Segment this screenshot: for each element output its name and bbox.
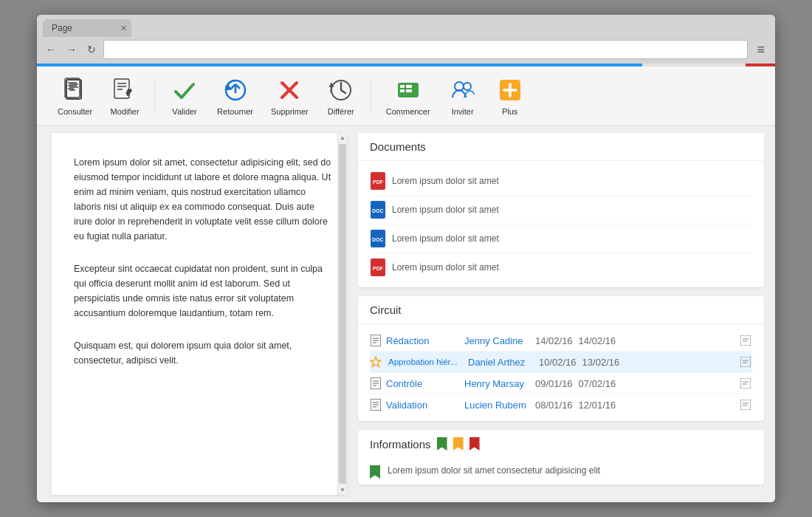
progress-bar-fill bbox=[37, 64, 642, 66]
svg-marker-45 bbox=[371, 357, 381, 367]
toolbar-supprimer[interactable]: Supprimer bbox=[265, 72, 314, 119]
circuit-edit-icon[interactable] bbox=[739, 334, 752, 347]
supprimer-label: Supprimer bbox=[271, 107, 309, 116]
circuit-dates: 14/02/16 14/02/16 bbox=[535, 335, 734, 346]
supprimer-icon bbox=[275, 75, 304, 105]
circuit-step-name[interactable]: Contrôle bbox=[386, 378, 460, 389]
toolbar-divider-1 bbox=[154, 78, 155, 114]
circuit-date1: 14/02/16 bbox=[535, 335, 573, 346]
app-content: Consulter Modifier bbox=[37, 66, 775, 502]
modifier-icon bbox=[110, 75, 140, 105]
plus-icon bbox=[495, 75, 525, 105]
circuit-body: Rédaction Jenny Cadine 14/02/16 14/02/16 bbox=[358, 324, 764, 421]
circuit-date1: 10/02/16 bbox=[539, 357, 577, 368]
address-input[interactable] bbox=[103, 40, 748, 59]
circuit-step-name[interactable]: Rédaction bbox=[386, 335, 460, 346]
inviter-icon bbox=[448, 75, 478, 105]
retourner-icon bbox=[221, 75, 250, 105]
pdf-icon: PDF bbox=[370, 258, 386, 277]
circuit-step-icon-doc bbox=[370, 399, 382, 411]
svg-rect-42 bbox=[740, 335, 751, 346]
toolbar-commencer[interactable]: Commencer bbox=[380, 72, 436, 119]
toolbar-plus[interactable]: Plus bbox=[489, 72, 531, 119]
toolbar-valider[interactable]: Valider bbox=[164, 72, 205, 119]
circuit-date2: 07/02/16 bbox=[579, 378, 616, 389]
list-item[interactable]: DOC Lorem ipsum dolor sit amet bbox=[370, 225, 752, 253]
circuit-edit-icon[interactable] bbox=[739, 377, 752, 390]
svg-rect-53 bbox=[740, 378, 751, 388]
back-button[interactable]: ← bbox=[43, 42, 59, 57]
circuit-person[interactable]: Lucien Rubem bbox=[464, 400, 531, 411]
svg-rect-46 bbox=[740, 357, 751, 367]
circuit-dates: 09/01/16 07/02/16 bbox=[535, 378, 734, 389]
circuit-date2: 14/02/16 bbox=[579, 335, 616, 346]
circuit-person[interactable]: Henry Marsay bbox=[464, 378, 531, 389]
toolbar-consulter[interactable]: Consulter bbox=[52, 72, 98, 119]
svg-rect-21 bbox=[400, 85, 405, 88]
main-area: ▲ ▼ Lorem ipsum dolor sit amet, consecte… bbox=[37, 126, 775, 502]
forward-button[interactable]: → bbox=[63, 42, 80, 57]
scrollbar-thumb[interactable] bbox=[339, 144, 346, 484]
info-bookmark-icon bbox=[370, 465, 380, 479]
doc-paragraph-1: Lorem ipsum dolor sit amet, consectetur … bbox=[74, 155, 332, 244]
circuit-title: Circuit bbox=[370, 304, 402, 316]
circuit-row: Rédaction Jenny Cadine 14/02/16 14/02/16 bbox=[370, 330, 752, 352]
circuit-date1: 08/01/16 bbox=[535, 400, 573, 411]
progress-bar-end bbox=[746, 64, 775, 66]
plus-label: Plus bbox=[502, 107, 517, 116]
circuit-date2: 12/01/16 bbox=[579, 400, 616, 411]
list-item[interactable]: PDF Lorem ipsum dolor sit amet bbox=[370, 253, 752, 281]
informations-section: Informations Lorem ipsum dolor sit amet … bbox=[358, 430, 764, 485]
informations-header: Informations bbox=[358, 430, 764, 458]
retourner-label: Retourner bbox=[217, 107, 253, 116]
svg-text:DOC: DOC bbox=[372, 208, 384, 213]
svg-rect-23 bbox=[406, 85, 412, 88]
bookmark-yellow-icon[interactable] bbox=[453, 437, 464, 451]
circuit-step-icon-star bbox=[370, 356, 382, 368]
svg-rect-60 bbox=[740, 400, 751, 410]
toolbar-differer[interactable]: Différer bbox=[320, 72, 362, 119]
valider-icon bbox=[170, 75, 199, 105]
svg-rect-22 bbox=[400, 89, 405, 92]
bookmark-red-icon[interactable] bbox=[469, 437, 480, 451]
toolbar-inviter[interactable]: Inviter bbox=[442, 72, 484, 119]
pdf-icon: PDF bbox=[370, 171, 386, 191]
svg-text:PDF: PDF bbox=[373, 266, 384, 271]
consulter-icon bbox=[61, 75, 90, 105]
toolbar-modifier[interactable]: Modifier bbox=[104, 72, 145, 119]
circuit-edit-icon[interactable] bbox=[739, 355, 752, 369]
reload-button[interactable]: ↻ bbox=[84, 42, 99, 57]
browser-tab[interactable]: Page ✕ bbox=[43, 19, 131, 37]
toolbar-retourner[interactable]: Retourner bbox=[211, 72, 259, 119]
document-panel: ▲ ▼ Lorem ipsum dolor sit amet, consecte… bbox=[52, 133, 347, 495]
circuit-header: Circuit bbox=[358, 296, 764, 324]
browser-menu-button[interactable]: ≡ bbox=[752, 41, 769, 59]
scroll-down-arrow[interactable]: ▼ bbox=[338, 485, 347, 495]
commencer-label: Commencer bbox=[386, 107, 430, 116]
circuit-step-name-highlight[interactable]: Approbation hiér... bbox=[386, 357, 464, 367]
circuit-step-icon-doc bbox=[370, 335, 382, 346]
circuit-edit-icon[interactable] bbox=[739, 398, 752, 411]
progress-bar bbox=[37, 64, 775, 66]
scrollbar[interactable]: ▲ ▼ bbox=[337, 133, 347, 495]
documents-title: Documents bbox=[370, 140, 426, 153]
bookmark-green-icon[interactable] bbox=[437, 437, 447, 451]
list-item[interactable]: PDF Lorem ipsum dolor sit amet bbox=[370, 167, 752, 196]
scroll-up-arrow[interactable]: ▲ bbox=[338, 133, 347, 143]
list-item[interactable]: DOC Lorem ipsum dolor sit amet bbox=[370, 196, 752, 225]
circuit-person[interactable]: Daniel Arthez bbox=[468, 357, 534, 368]
circuit-step-name[interactable]: Validation bbox=[386, 400, 460, 411]
differer-label: Différer bbox=[328, 107, 354, 116]
info-item: Lorem ipsum dolor sit amet consectetur a… bbox=[358, 458, 764, 485]
info-text: Lorem ipsum dolor sit amet consectetur a… bbox=[388, 464, 600, 477]
differer-icon bbox=[326, 75, 356, 105]
doc-paragraph-3: Quisquam est, qui dolorem ipsum quia dol… bbox=[74, 338, 332, 368]
circuit-person[interactable]: Jenny Cadine bbox=[464, 335, 531, 346]
svg-point-26 bbox=[464, 83, 471, 90]
circuit-step-icon-doc bbox=[370, 377, 382, 389]
circuit-section: Circuit Rédaction Jenny Cadine 14/02/16 bbox=[358, 296, 764, 421]
tab-label: Page bbox=[52, 23, 72, 33]
tab-close-button[interactable]: ✕ bbox=[120, 24, 127, 33]
inviter-label: Inviter bbox=[452, 107, 474, 116]
documents-header: Documents bbox=[358, 133, 764, 161]
